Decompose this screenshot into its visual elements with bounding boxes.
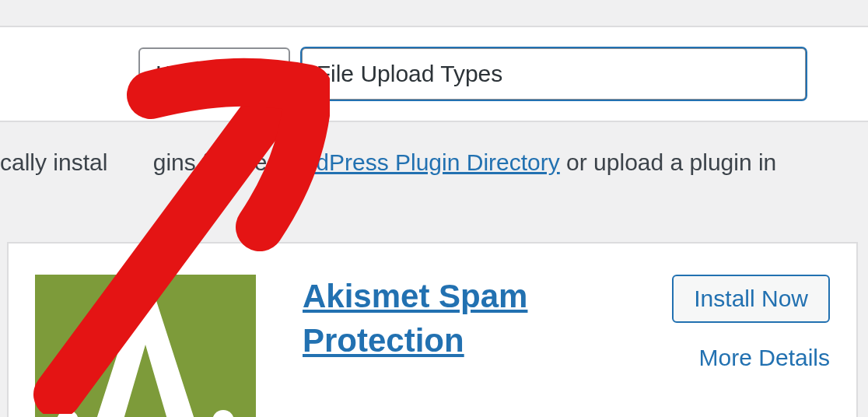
more-details-link[interactable]: More Details <box>699 345 830 371</box>
plugin-name-link[interactable]: Akismet Spam Protection <box>303 275 559 363</box>
plugin-card: Akismet Spam Protection Install Now More… <box>7 242 858 417</box>
install-now-button[interactable]: Install Now <box>672 275 830 323</box>
description-text: cally instal gins f e WordPress Plugin D… <box>0 146 776 179</box>
plugin-icon <box>35 275 256 417</box>
search-type-label: Keyword <box>156 61 247 87</box>
search-bar: Keyword <box>0 26 868 122</box>
plugin-card-inner: Akismet Spam Protection Install Now More… <box>35 275 830 417</box>
search-type-dropdown[interactable]: Keyword <box>138 47 290 100</box>
desc-fragment-1: cally instal <box>0 149 107 175</box>
desc-fragment-4: or upload a plugin in <box>560 149 777 175</box>
chevron-down-icon <box>254 64 275 84</box>
desc-fragment-2: gins f <box>153 149 209 175</box>
plugin-actions: Install Now More Details <box>672 275 830 371</box>
plugin-search-input[interactable] <box>301 47 807 100</box>
desc-fragment-3: e <box>254 149 274 175</box>
plugin-directory-link[interactable]: WordPress Plugin Directory <box>274 149 560 175</box>
